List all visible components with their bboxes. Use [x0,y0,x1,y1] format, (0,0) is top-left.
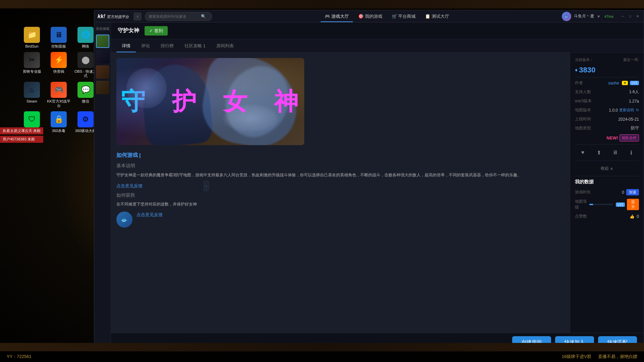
recent-label: 最近一周· [623,57,639,62]
main-content-area: 守护女神 ✓ 签到 详情 评论 排行榜 社区攻略 1 房间列表 [111,22,644,352]
map-level-value-group: LV1 提升 [589,199,639,210]
tab-guides[interactable]: 社区攻略 1 [179,40,211,52]
author-label: 作者 [575,80,583,86]
sidebar-history-label: 历史游戏 [94,25,111,33]
kk-content: 历史游戏 ‹ 守护女神 ✓ 签到 详情 评论 排行榜 [94,22,644,352]
author-value-group: saohe ✦ LV1 [608,81,639,85]
game-cover-image: 守 护 女 神 [116,58,304,145]
user-chevron[interactable]: ▼ [597,14,600,18]
close-button[interactable]: ✕ [635,14,640,19]
notification-2: 用户45738383 来殿 [0,136,43,143]
search-input[interactable] [149,14,199,18]
new-tag: NEW! [606,135,618,140]
cover-game-title: 守 护 女 神 [121,85,300,118]
author-star-badge: ✦ [622,81,628,85]
tab-detail[interactable]: 详情 [116,40,136,52]
upgrade-button[interactable]: 提升 [627,199,639,210]
likes-row: 点赞数 👍 0 [575,214,639,219]
search-bar[interactable]: 🔍 [145,12,212,21]
screen-icon-button[interactable]: 🖥 [610,148,620,157]
desktop-icon-steam[interactable]: ♨ Steam [20,82,44,108]
how-to-play-title: 如何游戏 [116,152,565,159]
kkfast-label: 快剪辑 [53,69,64,74]
tab-my-games[interactable]: 🎯 我的游戏 [354,12,386,21]
user-avatar: 🐟 [562,12,571,21]
desktop-icon-control[interactable]: 🖥 控制面板 [47,27,70,49]
tab-comment[interactable]: 评论 [136,40,155,52]
taskbar-stream-info: 直播不易，谢绝白嫖 [598,354,637,360]
360kill-icon: 🔒 [51,111,67,127]
win-condition-text: 在不同难度下坚持对应的波数，并保护好女神 [116,201,565,207]
sign-in-button[interactable]: ✓ 签到 [145,26,168,36]
history-game-4[interactable] [96,81,109,94]
game-info-panel: 当前版本： 最近一周· ♦ 3830 作者 saohe ✦ [570,53,644,333]
control-panel-icon: 🖥 [51,27,67,43]
history-game-2[interactable] [96,50,109,63]
taskbar-yy-info: YY：722561 [7,354,32,360]
control-label: 控制面板 [51,44,66,49]
game-header: 守护女神 ✓ 签到 [111,22,644,39]
360safe-icon: 🛡 [24,111,40,127]
steam-label: Steam [26,99,37,104]
sidebar-expand-button[interactable]: ‹ [204,181,209,191]
play-time-label: 游戏时长 [575,189,591,195]
share-icon-button[interactable]: ⬆ [594,148,604,157]
kk-titlebar: kk! 官方对战平台 ‹ 🔍 🎮 🎮 游戏大厅 游戏大厅 🎯 我的游戏 🛒 平台… [94,10,644,22]
steam-icon: ♨ [24,82,40,98]
upload-time-row: 上线时间 2024-05-21 [575,116,639,122]
tab-rooms[interactable]: 房间列表 [211,40,239,52]
tab-ranking[interactable]: 排行榜 [155,40,179,52]
kk-logo: kk! 官方对战平台 [98,13,129,19]
bottom-decoration [0,343,644,351]
comment-user-avatar: 🐟 [116,212,132,228]
version-row: 当前版本： 最近一周· [575,57,639,62]
network-icon: 🌐 [77,27,94,43]
nav-back-button[interactable]: ‹ [133,12,142,20]
info-icon-button[interactable]: ℹ [627,148,636,157]
team-cooperation-badge: 组队合作 [620,134,639,141]
tab-shop[interactable]: 🛒 平台商城 [388,12,420,21]
collapse-button[interactable]: 收起 ∧ [575,164,639,173]
level-progress-bar [589,204,613,205]
stars-value: 3830 [579,66,595,74]
kk-official-icon: 🎮 [51,82,67,98]
map-type-label: 地图类型 [575,125,591,131]
360kill-label: 360杀毒 [52,129,65,133]
tab-game-hall[interactable]: 🎮 🎮 游戏大厅 游戏大厅 [321,12,353,21]
desktop-icon-clip[interactable]: ✂ 剪映专业版 [20,52,44,78]
stars-display: ♦ 3830 [575,66,639,74]
window-controls: ─ □ ✕ [620,14,640,19]
clip-icon: ✂ [24,52,40,68]
minimize-button[interactable]: ─ [620,14,626,19]
birdsun-icon: 📁 [24,27,40,43]
feedback-link-2[interactable]: 点击意见反馈 [137,212,565,218]
chevron-up-icon: ∧ [610,166,613,171]
like-icon-button[interactable]: ♥ [578,148,588,157]
history-game-1[interactable] [96,35,109,48]
tab-test-hall[interactable]: 📋 测试大厅 [421,12,453,21]
search-icon: 🔍 [201,14,206,19]
map-type-value: 防守 [631,125,639,131]
desktop-icon-kk-official[interactable]: 🎮 KK官方对战平台 [47,82,70,108]
history-game-3[interactable] [96,65,109,79]
desktop-icon-birdsun[interactable]: 📁 BirdSun [20,27,44,49]
desktop-icon-kkfast[interactable]: ⚡ 快剪辑 [47,52,70,78]
map-version-value: 1.0.0 [609,108,618,113]
how-to-play-section: 如何游戏 基本说明 守护女神是一款经典的魔兽争霸3防守地图，游戏中支持最多六人同… [116,152,565,207]
desktop-icon-360kill[interactable]: 🔒 360杀毒 [47,111,70,133]
level-progress-fill [589,204,593,205]
kkfast-icon: ⚡ [51,52,67,68]
update-notes-link[interactable]: 更新说明 [619,108,634,113]
game-title: 守护女神 [118,27,139,34]
speed-up-button[interactable]: 加速 [626,189,639,195]
feedback-link-1[interactable]: 点击意见反馈 [116,183,565,189]
kk-main-window: kk! 官方对战平台 ‹ 🔍 🎮 🎮 游戏大厅 游戏大厅 🎯 我的游戏 🛒 平台… [94,10,644,352]
clip-label: 剪映专业版 [23,69,41,74]
360drive-label: 360驱动大师 [75,129,96,133]
refresh-icon[interactable]: ↻ [636,108,639,112]
maximize-button[interactable]: □ [628,14,633,19]
author-name[interactable]: saohe [608,81,619,85]
author-row: 作者 saohe ✦ LV1 [575,80,639,86]
wechat-label: 微信 [82,99,89,104]
titlebar-right: 🐟 斗鱼月丶鸢 ▼ 47ms [562,12,613,21]
